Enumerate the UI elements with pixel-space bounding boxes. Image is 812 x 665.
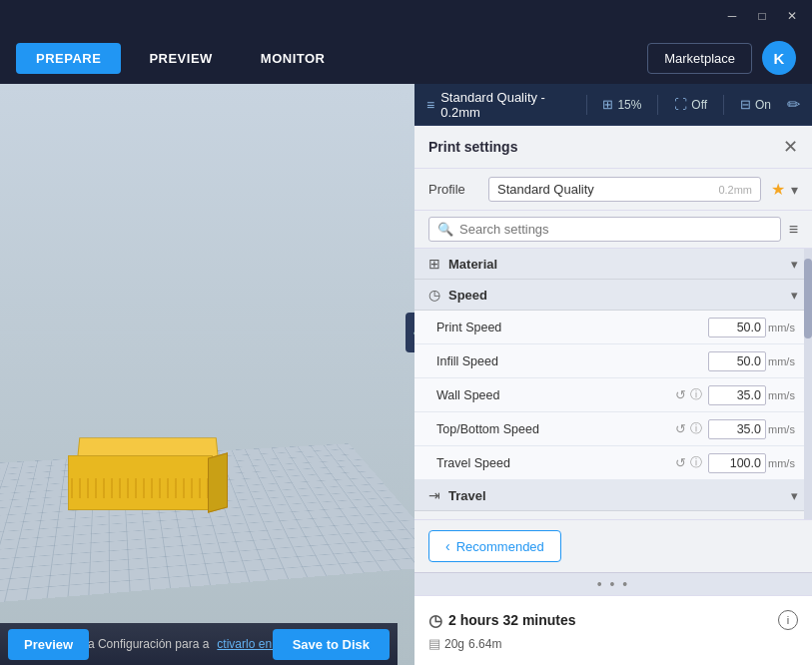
infill-speed-unit: mm/s — [768, 355, 798, 367]
support-label: Off — [691, 98, 707, 112]
recommended-bar: ‹ Recommended — [414, 519, 812, 572]
wall-speed-unit: mm/s — [768, 389, 798, 401]
prepare-tab[interactable]: PREPARE — [16, 43, 121, 74]
topbottom-speed-value-wrap: mm/s — [708, 419, 798, 439]
quality-bar: ≡ Standard Quality - 0.2mm ⊞ 15% ⛶ Off ⊟… — [414, 84, 812, 126]
infill-speed-input[interactable] — [708, 351, 766, 371]
three-dots-handle[interactable]: • • • — [414, 572, 812, 595]
preview-button[interactable]: Preview — [8, 629, 89, 660]
speed-category-icon: ◷ — [428, 287, 440, 303]
close-button[interactable]: ✕ — [780, 6, 804, 26]
profile-star-icon[interactable]: ★ — [771, 180, 785, 199]
box-front-face — [68, 455, 213, 510]
action-text: Ve a Configuración para a — [71, 637, 210, 651]
setting-topbottom-speed: Top/Bottom Speed ↺ ⓘ mm/s — [414, 412, 812, 446]
material-category-label: Material — [448, 257, 783, 272]
infill-speed-value-wrap: mm/s — [708, 351, 798, 371]
wall-speed-value-wrap: mm/s — [708, 385, 798, 405]
time-icon: ◷ — [428, 611, 442, 630]
print-speed-value-wrap: mm/s — [708, 318, 798, 337]
minimize-button[interactable]: ─ — [720, 6, 744, 26]
speed-category-label: Speed — [448, 288, 783, 303]
panel-close-button[interactable]: ✕ — [783, 136, 798, 158]
wall-speed-controls: ↺ ⓘ — [675, 386, 702, 403]
travel-speed-input[interactable] — [708, 453, 766, 473]
wall-speed-reset-icon[interactable]: ↺ — [675, 387, 686, 402]
marketplace-button[interactable]: Marketplace — [647, 43, 752, 74]
topbottom-speed-info-icon[interactable]: ⓘ — [690, 420, 702, 437]
separator — [586, 95, 587, 115]
preview-tab[interactable]: PREVIEW — [129, 43, 232, 74]
status-row-weight: ▤ 20g 6.64m — [428, 636, 798, 651]
travel-speed-info-icon[interactable]: ⓘ — [690, 454, 702, 471]
save-to-disk-button[interactable]: Save to Disk — [273, 629, 390, 660]
scrollbar-thumb[interactable] — [804, 259, 812, 338]
status-weight-wrap: ▤ 20g 6.64m — [428, 636, 501, 651]
settings-menu-icon[interactable]: ≡ — [789, 221, 798, 239]
search-input[interactable] — [459, 222, 772, 237]
travel-speed-value-wrap: mm/s — [708, 453, 798, 473]
category-travel[interactable]: ⇥ Travel ▾ — [414, 480, 812, 511]
search-input-wrap: 🔍 — [428, 217, 781, 242]
panel-header: Print settings ✕ — [414, 126, 812, 169]
box-side-face — [208, 452, 228, 512]
status-weight-label: 20g — [444, 637, 464, 651]
wall-speed-input[interactable] — [708, 385, 766, 405]
separator2 — [657, 95, 658, 115]
travel-chevron-icon: ▾ — [791, 488, 798, 503]
material-chevron-icon: ▾ — [791, 257, 798, 272]
recommended-chevron-icon: ‹ — [445, 538, 450, 554]
infill-percent: 15% — [617, 98, 641, 112]
material-category-icon: ⊞ — [428, 256, 440, 272]
maximize-button[interactable]: □ — [750, 6, 774, 26]
edit-icon[interactable]: ✏ — [787, 95, 800, 114]
topbottom-speed-controls: ↺ ⓘ — [675, 420, 702, 437]
adhesion-label: On — [755, 98, 771, 112]
travel-speed-reset-icon[interactable]: ↺ — [675, 455, 686, 470]
titlebar: ─ □ ✕ — [0, 0, 812, 32]
infill-speed-label: Infill Speed — [436, 354, 708, 368]
profile-select[interactable]: Standard Quality 0.2mm — [488, 177, 761, 202]
setting-travel-speed: Travel Speed ↺ ⓘ mm/s — [414, 446, 812, 480]
travel-category-icon: ⇥ — [428, 487, 440, 503]
setting-wall-speed: Wall Speed ↺ ⓘ mm/s — [414, 378, 812, 412]
profile-chevron-icon[interactable]: ▾ — [791, 182, 798, 198]
search-bar: 🔍 ≡ — [414, 211, 812, 249]
profile-row: Profile Standard Quality 0.2mm ★ ▾ — [414, 169, 812, 211]
profile-select-sub: 0.2mm — [718, 184, 752, 196]
navbar: PREPARE PREVIEW MONITOR Marketplace K — [0, 32, 812, 84]
status-row-time: ◷ 2 hours 32 minutes i — [428, 610, 798, 630]
status-time-wrap: ◷ 2 hours 32 minutes — [428, 611, 576, 630]
wall-speed-info-icon[interactable]: ⓘ — [690, 386, 702, 403]
bottom-action-bar: Preview Ve a Configuración para a ctivar… — [0, 623, 398, 665]
topbottom-speed-reset-icon[interactable]: ↺ — [675, 421, 686, 436]
quality-name-label: Standard Quality - 0.2mm — [440, 90, 569, 120]
travel-speed-label: Travel Speed — [436, 456, 675, 470]
profile-select-text: Standard Quality — [497, 182, 594, 197]
settings-panel: Print settings ✕ Profile Standard Qualit… — [414, 126, 812, 595]
avatar-button[interactable]: K — [762, 41, 796, 75]
category-speed[interactable]: ◷ Speed ▾ — [414, 280, 812, 311]
status-info-icon[interactable]: i — [778, 610, 798, 630]
quality-icon: ≡ — [426, 97, 434, 113]
print-speed-input[interactable] — [708, 318, 766, 337]
category-material[interactable]: ⊞ Material ▾ — [414, 249, 812, 280]
monitor-tab[interactable]: MONITOR — [241, 43, 346, 74]
travel-speed-unit: mm/s — [768, 457, 798, 469]
support-icon: ⛶ — [674, 97, 687, 112]
print-speed-unit: mm/s — [768, 322, 798, 333]
recommended-label: Recommended — [456, 539, 544, 554]
recommended-button[interactable]: ‹ Recommended — [428, 530, 561, 562]
status-time-label: 2 hours 32 minutes — [448, 612, 576, 628]
travel-speed-controls: ↺ ⓘ — [675, 454, 702, 471]
box-texture — [71, 478, 209, 498]
weight-icon: ▤ — [428, 636, 440, 651]
settings-list: ⊞ Material ▾ ◷ Speed ▾ Print Speed mm/s … — [414, 249, 812, 519]
topbottom-speed-unit: mm/s — [768, 423, 798, 435]
separator3 — [723, 95, 724, 115]
profile-label: Profile — [428, 182, 478, 197]
travel-category-label: Travel — [448, 488, 783, 503]
setting-print-speed: Print Speed mm/s — [414, 311, 812, 344]
topbottom-speed-input[interactable] — [708, 419, 766, 439]
scrollbar-track — [804, 249, 812, 519]
